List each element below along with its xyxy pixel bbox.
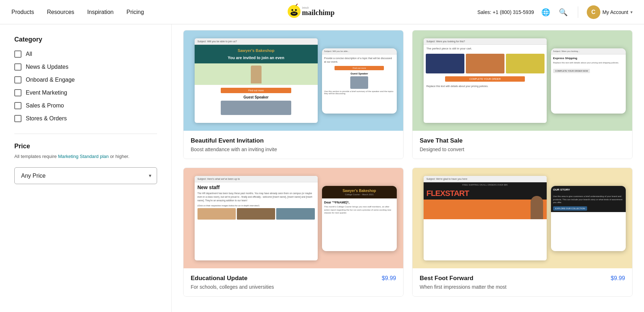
search-icon[interactable]: 🔍 [557,6,569,18]
page-layout: Category All News & Updates Onboard & En… [0,24,644,312]
nav-inspiration[interactable]: Inspiration [87,9,114,15]
phone-btn-2: COMPLETE YOUR ORDER NOW [553,69,590,73]
staff-photo-2 [237,208,275,220]
card-title-text-4: Best Foot Forward [420,275,473,282]
email-mock-phone-1: Subject: Will you be able... Provide a c… [322,48,397,114]
sawyer-text-phone: This month's College Courier brings you … [324,205,395,214]
card-price-3: $9.99 [382,275,396,282]
explore-btn: EXPLORE OUR COLLECTION [553,206,587,211]
email-header-1: Sawyer's Bakeshop [195,45,318,54]
category-news-label: News & Updates [26,64,68,70]
our-story-label: OUR STORY [553,188,624,191]
nav-resources[interactable]: Resources [47,9,74,15]
email-body-1: Find out more Guest Speaker [195,85,318,118]
category-sales[interactable]: Sales & Promo [14,102,157,109]
category-section: Category All News & Updates Onboard & En… [14,36,157,122]
nav-divider [578,6,578,18]
template-card-flexstart[interactable]: Subject: We're glad to have you here FRE… [412,168,633,297]
category-stores[interactable]: Stores & Orders [14,115,157,122]
invite-image [195,63,318,85]
email-mock-main-3: Subject: Here's what we've been up to Ne… [195,176,318,260]
sawyer-dear: Dear "*FNAME|*, [324,201,395,204]
sidebar-divider [14,134,157,134]
template-card-save-sale[interactable]: Subject: Were you looking for this? The … [412,30,633,159]
logo[interactable]: intuit mailchimp [286,4,358,21]
card-preview-4: Subject: We're glad to have you here FRE… [413,168,632,268]
nav-pricing[interactable]: Pricing [126,9,144,15]
card-description-4: When first impressions matter the most [420,284,625,290]
chevron-down-icon: ▾ [630,10,633,15]
phone-subject-2: Subject: Were you looking... [551,48,626,54]
user-name: My Account [602,9,628,15]
nav-links: Products Resources Inspiration Pricing [11,9,144,15]
staff-photo-3 [276,208,314,220]
phone-speaker-1: Guest Speaker [324,72,395,75]
checkbox-sales[interactable] [14,102,21,109]
price-note-prefix: All templates require [14,154,58,159]
phone-body-4: Use this area to give customers a brief … [551,193,626,212]
card-title-3: Educational Update $9.99 [191,275,396,282]
card-description-1: Boost attendance with an inviting invite [191,147,396,152]
price-link[interactable]: Marketing Standard plan [58,154,109,159]
card-info-4: Best Foot Forward $9.99 When first impre… [413,268,632,296]
card-title-2: Save That Sale [420,137,625,144]
user-menu[interactable]: C My Account ▾ [587,5,633,19]
globe-icon[interactable]: 🌐 [540,6,552,18]
category-event-label: Event Marketing [26,90,67,96]
category-event[interactable]: Event Marketing [14,89,157,96]
find-out-btn: Find out more [221,88,291,93]
card-title-text-3: Educational Update [191,275,248,282]
checkbox-onboard[interactable] [14,76,21,83]
card-description-2: Designed to convert [420,147,625,152]
card-preview-3: Subject: Here's what we've been up to Ne… [184,168,403,268]
templates-grid: Subject: Will you be able to join us? Sa… [183,24,633,297]
guest-speaker-label: Guest Speaker [197,95,315,99]
svg-text:mailchimp: mailchimp [302,9,335,17]
free-shipping-text: FREE SHIPPING ON ALL ORDERS OVER $8K [426,184,544,186]
email-subject-2: Subject: Were you looking for this? [424,38,547,45]
category-all[interactable]: All [14,51,157,58]
nav-products[interactable]: Products [11,9,34,15]
sawyer-body-phone: Dear "*FNAME|*, This month's College Cou… [322,198,397,216]
card-title-text-2: Save That Sale [420,137,463,144]
phone-body-2: Express Shipping Replace this text with … [551,54,626,77]
email-body-2a: The perfect piece is still in your cart. [424,45,547,52]
model-silhouette [531,196,543,219]
price-note-suffix: or higher. [109,154,130,159]
email-subject-4: Subject: We're glad to have you here [424,176,547,182]
sidebar: Category All News & Updates Onboard & En… [0,24,172,312]
svg-point-2 [292,9,293,11]
newsletter-title: New staff [197,184,315,190]
our-story-text: Use this area to give customers a brief … [553,195,624,204]
product-3 [506,54,545,73]
checkbox-news[interactable] [14,63,21,71]
card-price-4: $9.99 [611,275,625,282]
template-card-event-invite[interactable]: Subject: Will you be able to join us? Sa… [183,30,404,159]
sales-number: Sales: +1 (800) 315-5939 [477,9,534,15]
checkbox-all[interactable] [14,51,21,58]
product-2 [466,54,504,73]
email-mock-phone-3: Sawyer's Bakeshop College Courier – Marc… [322,186,397,251]
price-select[interactable]: Any Price Free $9.99 [14,167,157,184]
category-title: Category [14,36,157,43]
nav-right: Sales: +1 (800) 315-5939 🌐 🔍 C My Accoun… [477,5,633,19]
template-card-educational[interactable]: Subject: Here's what we've been up to Ne… [183,168,404,297]
card-title-text-1: Beautiful Event Invitation [191,137,264,144]
sawyer-header: Sawyer's Bakeshop College Courier – Marc… [322,186,397,198]
category-onboard-label: Onboard & Engage [26,77,75,83]
category-onboard[interactable]: Onboard & Engage [14,76,157,83]
card-info-2: Save That Sale Designed to convert [413,131,632,159]
card-title-4: Best Foot Forward $9.99 [420,275,625,282]
checkbox-event[interactable] [14,89,21,96]
staff-photos [197,208,315,220]
price-title: Price [14,143,157,150]
category-all-label: All [26,51,32,57]
category-news[interactable]: News & Updates [14,63,157,71]
phone-body-1: Provide a concise description of a topic… [322,54,397,97]
hand-graphic [251,66,262,83]
bakeshop-name: Sawyer's Bakeshop [197,48,315,53]
phone-express-text-2: Replace this text with details about you… [553,61,624,64]
checkbox-stores[interactable] [14,115,21,122]
category-stores-label: Stores & Orders [26,115,67,122]
card-preview-1: Subject: Will you be able to join us? Sa… [184,30,403,131]
